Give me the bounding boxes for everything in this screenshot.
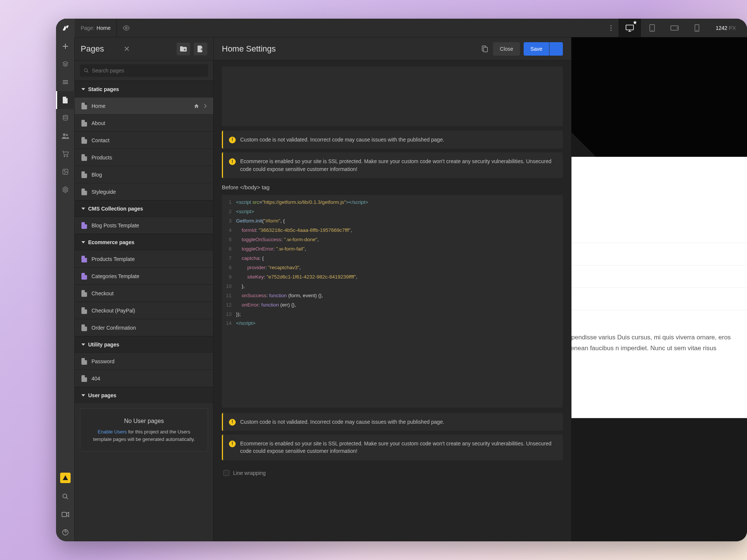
page-item-password[interactable]: Password <box>75 352 213 370</box>
new-folder-button[interactable] <box>177 43 190 55</box>
components-button[interactable] <box>56 73 75 91</box>
breakpoint-desktop[interactable] <box>619 19 641 37</box>
svg-point-17 <box>64 170 65 171</box>
webflow-logo[interactable] <box>56 19 75 37</box>
section-static-pages[interactable]: Static pages <box>75 81 213 97</box>
warning-text: Custom code is not validated. Incorrect … <box>240 136 444 143</box>
audit-button[interactable] <box>56 470 75 488</box>
page-icon <box>81 358 87 365</box>
viewport-width-unit: PX <box>729 25 736 31</box>
save-button[interactable]: Save <box>524 42 549 56</box>
page-item-checkout[interactable]: Checkout <box>75 284 213 302</box>
cms-button[interactable] <box>56 109 75 127</box>
page-item-label: Styleguide <box>92 189 116 195</box>
more-menu-button[interactable] <box>604 19 619 37</box>
pages-panel: Pages ✕ Static pages Home <box>75 37 214 541</box>
pages-panel-title: Pages <box>81 44 118 54</box>
svg-point-15 <box>66 156 67 156</box>
page-icon <box>81 171 87 178</box>
page-item-label: Order Confirmation <box>92 325 136 331</box>
section-utility-pages[interactable]: Utility pages <box>75 336 213 352</box>
page-breadcrumb[interactable]: Page: Home <box>75 19 117 37</box>
page-crumb-value: Home <box>97 25 111 31</box>
page-item-about[interactable]: About <box>75 114 213 131</box>
navigator-button[interactable] <box>56 55 75 73</box>
section-ecommerce-pages[interactable]: Ecommerce pages <box>75 234 213 250</box>
close-pages-panel[interactable]: ✕ <box>122 44 131 53</box>
page-icon <box>81 324 87 331</box>
page-item-label: Checkout (PayPal) <box>92 308 135 314</box>
svg-point-3 <box>611 29 612 31</box>
page-item-styleguide[interactable]: Styleguide <box>75 183 213 200</box>
page-item-home[interactable]: Home <box>75 97 213 114</box>
save-dropdown-button[interactable] <box>549 42 563 56</box>
home-icon <box>194 103 199 109</box>
warning-icon: ! <box>229 419 236 426</box>
page-item-products-template[interactable]: Products Template <box>75 250 213 267</box>
canvas-body-text: tetur adipiscing elit. Suspendisse variu… <box>571 332 743 354</box>
new-page-button[interactable] <box>194 43 207 55</box>
svg-rect-23 <box>484 47 488 52</box>
page-icon <box>81 307 87 314</box>
page-item-categories-template[interactable]: Categories Template <box>75 267 213 284</box>
assets-button[interactable] <box>56 163 75 181</box>
preview-toggle[interactable] <box>117 19 136 37</box>
chevron-down-icon <box>81 343 85 346</box>
breakpoint-mobile-landscape[interactable] <box>663 19 686 37</box>
svg-rect-4 <box>626 25 633 30</box>
svg-rect-16 <box>63 169 68 174</box>
search-button[interactable] <box>56 488 75 505</box>
warning-text: Ecommerce is enabled so your site is SSL… <box>240 440 557 455</box>
page-item-404[interactable]: 404 <box>75 370 213 387</box>
page-item-products[interactable]: Products <box>75 149 213 166</box>
viewport-width-readout[interactable]: 1242PX <box>708 25 747 31</box>
breakpoint-tablet[interactable] <box>641 19 663 37</box>
page-crumb-label: Page: <box>81 25 94 31</box>
viewport-width-value: 1242 <box>716 25 727 31</box>
copy-button[interactable] <box>479 43 491 55</box>
video-tutorials-button[interactable] <box>56 505 75 523</box>
svg-point-11 <box>63 115 68 117</box>
page-item-label: Checkout <box>92 290 114 296</box>
page-icon <box>81 189 87 195</box>
warning-icon: ! <box>229 441 236 447</box>
warning-icon: ! <box>229 137 236 143</box>
warning-code-validation-2: ! Custom code is not validated. Incorrec… <box>222 413 563 431</box>
pages-button[interactable] <box>56 91 75 109</box>
ecommerce-button[interactable] <box>56 145 75 163</box>
settings-button[interactable] <box>56 181 75 199</box>
section-cms-pages[interactable]: CMS Collection pages <box>75 200 213 217</box>
svg-point-14 <box>64 156 65 156</box>
body-code-editor[interactable]: 1<script src="https://getform.io/lib/0.1… <box>222 195 563 408</box>
page-item-checkout-paypal[interactable]: Checkout (PayPal) <box>75 302 213 319</box>
pages-search[interactable] <box>80 64 208 77</box>
page-item-blog-posts-template[interactable]: Blog Posts Template <box>75 217 213 234</box>
svg-point-2 <box>611 27 612 28</box>
enable-users-link[interactable]: Enable Users <box>98 429 127 435</box>
warning-text: Ecommerce is enabled so your site is SSL… <box>240 158 557 173</box>
top-bar: Page: Home 1242PX <box>56 19 747 37</box>
chevron-down-icon <box>81 241 85 243</box>
line-wrapping-toggle[interactable]: Line wrapping <box>222 464 563 482</box>
page-item-contact[interactable]: Contact <box>75 131 213 149</box>
warning-ssl: ! Ecommerce is enabled so your site is S… <box>222 152 563 178</box>
page-item-label: Home <box>92 103 105 109</box>
page-item-blog[interactable]: Blog <box>75 166 213 183</box>
help-button[interactable] <box>56 523 75 541</box>
page-icon <box>81 154 87 161</box>
svg-point-0 <box>125 27 127 29</box>
head-code-editor[interactable] <box>222 66 563 126</box>
page-item-order-confirmation[interactable]: Order Confirmation <box>75 319 213 336</box>
chevron-down-icon <box>81 208 85 210</box>
pages-search-input[interactable] <box>92 68 204 74</box>
warning-ssl-2: ! Ecommerce is enabled so your site is S… <box>222 435 563 460</box>
before-body-tag-label: Before </body> tag <box>222 184 563 190</box>
page-item-label: Contact <box>92 137 109 143</box>
chevron-down-icon <box>81 394 85 396</box>
users-button[interactable] <box>56 127 75 145</box>
section-user-pages[interactable]: User pages <box>75 387 213 403</box>
close-button[interactable]: Close <box>493 42 520 56</box>
breakpoint-mobile-portrait[interactable] <box>686 19 708 37</box>
alert-badge-icon <box>60 473 71 483</box>
add-element-button[interactable] <box>56 37 75 55</box>
